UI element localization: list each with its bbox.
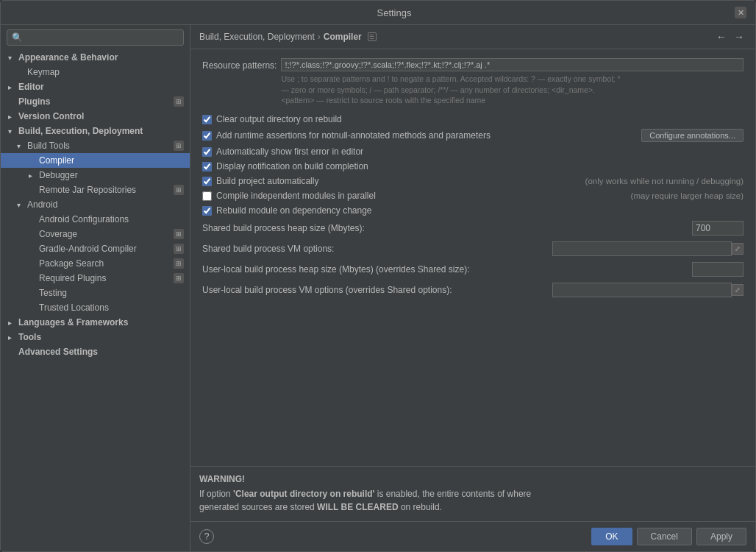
sidebar-item-label: Remote Jar Repositories xyxy=(39,185,136,195)
nav-forward-button[interactable]: → xyxy=(732,31,746,43)
checkbox-label-display-notification: Display notification on build completion xyxy=(216,161,743,171)
sidebar-item-build-execution-deployment[interactable]: ▾Build, Execution, Deployment xyxy=(1,124,190,138)
ok-button[interactable]: OK xyxy=(591,528,632,545)
sidebar: ▾Appearance & BehaviorKeymap▸EditorPlugi… xyxy=(1,25,190,551)
field-input-group-user-vm: ⤢ xyxy=(552,283,743,297)
field-input-user-heap[interactable] xyxy=(692,262,743,277)
field-input-user-vm[interactable] xyxy=(552,283,732,297)
checkbox-label-rebuild-on-change: Rebuild module on dependency change xyxy=(216,205,743,216)
field-row-shared-heap: Shared build process heap size (Mbytes): xyxy=(202,218,743,238)
settings-content: Resource patterns: Use ; to separate pat… xyxy=(190,49,755,466)
sidebar-item-plugins[interactable]: Plugins⊞ xyxy=(1,94,190,109)
expand-icon-shared-vm[interactable]: ⤢ xyxy=(732,243,743,255)
sidebar-item-trusted-locations[interactable]: Trusted Locations xyxy=(1,300,190,315)
sidebar-item-languages-frameworks[interactable]: ▸Languages & Frameworks xyxy=(1,315,190,330)
sidebar-item-keymap[interactable]: Keymap xyxy=(1,65,190,79)
field-row-user-vm: User-local build process VM options (ove… xyxy=(202,280,743,300)
checkbox-label-runtime-assertions: Add runtime assertions for notnull-annot… xyxy=(216,130,637,141)
checkbox-row-compile-parallel: Compile independent modules in parallel(… xyxy=(202,188,743,203)
sidebar-item-advanced-settings[interactable]: Advanced Settings xyxy=(1,344,190,359)
sidebar-item-tools[interactable]: ▸Tools xyxy=(1,330,190,344)
sidebar-item-gradle-android-compiler[interactable]: Gradle-Android Compiler⊞ xyxy=(1,241,190,256)
sidebar-item-label: Compiler xyxy=(39,155,74,166)
breadcrumb-separator: › xyxy=(318,32,321,42)
settings-dialog: Settings ✕ ▾Appearance & BehaviorKeymap▸… xyxy=(0,0,756,552)
checkbox-compile-parallel[interactable] xyxy=(202,191,212,201)
sidebar-item-label: Android Configurations xyxy=(39,214,129,224)
resource-patterns-label: Resource patterns: xyxy=(202,58,277,71)
sidebar-item-version-control[interactable]: ▸Version Control xyxy=(1,109,190,124)
checkbox-row-rebuild-on-change: Rebuild module on dependency change xyxy=(202,203,743,218)
checkbox-row-show-first-error: Automatically show first error in editor xyxy=(202,144,743,159)
cancel-button[interactable]: Cancel xyxy=(637,528,692,545)
warning-box: WARNING! If option 'Clear output directo… xyxy=(190,466,755,521)
checkbox-rebuild-on-change[interactable] xyxy=(202,206,212,216)
field-input-shared-heap[interactable] xyxy=(692,221,743,236)
sidebar-item-android-configurations[interactable]: Android Configurations xyxy=(1,212,190,227)
configure-annotations-button[interactable]: Configure annotations... xyxy=(641,129,743,142)
checkbox-list: Clear output directory on rebuildAdd run… xyxy=(202,112,743,218)
sidebar-item-label: Gradle-Android Compiler xyxy=(39,244,137,254)
checkbox-build-project[interactable] xyxy=(202,177,212,186)
nav-back-button[interactable]: ← xyxy=(714,31,729,43)
sidebar-item-android[interactable]: ▾Android xyxy=(1,197,190,212)
field-input-group-user-heap xyxy=(692,262,743,277)
sidebar-item-label: Languages & Frameworks xyxy=(18,317,128,328)
sidebar-item-compiler[interactable]: Compiler xyxy=(1,153,190,168)
badge-icon: ⊞ xyxy=(174,229,184,239)
sidebar-item-appearance-behavior[interactable]: ▾Appearance & Behavior xyxy=(1,50,190,65)
sidebar-item-build-tools[interactable]: ▾Build Tools⊞ xyxy=(1,138,190,153)
field-label-user-vm: User-local build process VM options (ove… xyxy=(202,285,452,295)
arrow-icon: ▾ xyxy=(8,54,15,62)
breadcrumb-nav: ← → xyxy=(714,31,746,43)
checkbox-label-clear-output: Clear output directory on rebuild xyxy=(216,114,743,124)
sidebar-item-package-search[interactable]: Package Search⊞ xyxy=(1,256,190,271)
bottom-bar: ? OK Cancel Apply xyxy=(190,521,755,551)
apply-button[interactable]: Apply xyxy=(696,528,746,545)
checkbox-row-display-notification: Display notification on build completion xyxy=(202,159,743,174)
sidebar-item-label: Advanced Settings xyxy=(18,347,98,357)
sidebar-item-remote-jar-repositories[interactable]: Remote Jar Repositories⊞ xyxy=(1,183,190,197)
sidebar-item-label: Build, Execution, Deployment xyxy=(18,126,143,136)
sidebar-item-label: Plugins xyxy=(18,96,50,107)
resource-patterns-input[interactable] xyxy=(281,58,743,71)
sidebar-item-label: Package Search xyxy=(39,258,104,269)
sidebar-item-editor[interactable]: ▸Editor xyxy=(1,79,190,94)
sidebar-item-debugger[interactable]: ▸Debugger xyxy=(1,168,190,183)
title-bar: Settings ✕ xyxy=(1,1,755,25)
checkbox-runtime-assertions[interactable] xyxy=(202,131,212,141)
badge-icon: ⊞ xyxy=(174,141,184,151)
field-input-shared-vm[interactable] xyxy=(552,241,732,256)
resource-input-wrap: Use ; to separate patterns and ! to nega… xyxy=(281,58,743,106)
badge-icon: ⊞ xyxy=(174,96,184,107)
arrow-icon: ▸ xyxy=(8,319,15,327)
sidebar-item-coverage[interactable]: Coverage⊞ xyxy=(1,227,190,241)
arrow-icon: ▸ xyxy=(8,333,15,342)
search-input[interactable] xyxy=(7,29,184,46)
main-area: ▾Appearance & BehaviorKeymap▸EditorPlugi… xyxy=(1,25,755,551)
field-list: Shared build process heap size (Mbytes):… xyxy=(202,218,743,300)
scroll-icon: ☰ xyxy=(368,32,377,41)
sidebar-item-label: Testing xyxy=(39,288,67,298)
arrow-icon: ▾ xyxy=(8,127,15,135)
checkbox-display-notification[interactable] xyxy=(202,162,212,171)
badge-icon: ⊞ xyxy=(174,244,184,254)
sidebar-item-required-plugins[interactable]: Required Plugins⊞ xyxy=(1,271,190,286)
checkbox-clear-output[interactable] xyxy=(202,115,212,124)
close-button[interactable]: ✕ xyxy=(735,7,746,18)
checkbox-row-runtime-assertions: Add runtime assertions for notnull-annot… xyxy=(202,127,743,144)
arrow-icon: ▸ xyxy=(8,113,15,121)
sidebar-item-label: Keymap xyxy=(27,67,60,77)
sidebar-item-label: Editor xyxy=(18,82,44,92)
breadcrumb-current: Compiler xyxy=(324,32,362,42)
sidebar-item-testing[interactable]: Testing xyxy=(1,286,190,300)
help-button[interactable]: ? xyxy=(199,529,214,544)
field-row-shared-vm: Shared build process VM options: ⤢ xyxy=(202,238,743,259)
sidebar-item-label: Required Plugins xyxy=(39,273,106,283)
dialog-title: Settings xyxy=(54,7,735,18)
checkbox-label-compile-parallel: Compile independent modules in parallel xyxy=(216,191,627,201)
field-row-user-heap: User-local build process heap size (Mbyt… xyxy=(202,259,743,280)
resource-hint: Use ; to separate patterns and ! to nega… xyxy=(281,74,743,106)
checkbox-show-first-error[interactable] xyxy=(202,147,212,157)
expand-icon-user-vm[interactable]: ⤢ xyxy=(732,284,743,296)
